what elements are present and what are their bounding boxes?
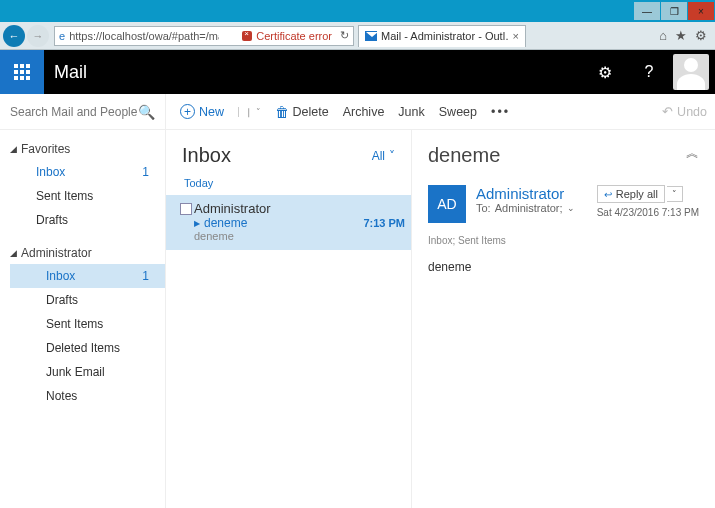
recipients-chevron-icon[interactable]: ⌄	[567, 203, 575, 213]
content-column: + New ❘ ˅ 🗑 Delete Archive Junk Sweep ••…	[166, 94, 715, 508]
sidebar-fav-sent[interactable]: Sent Items	[10, 184, 165, 208]
folder-title: Inbox	[182, 144, 231, 167]
sidebar-deleted[interactable]: Deleted Items	[10, 336, 165, 360]
user-avatar[interactable]	[673, 54, 709, 90]
sidebar-junk[interactable]: Junk Email	[10, 360, 165, 384]
message-subject: ▶ deneme	[194, 216, 247, 230]
sender-initials: AD	[428, 185, 466, 223]
search-icon[interactable]: 🔍	[138, 104, 155, 120]
to-value: Administrator;	[495, 202, 563, 214]
trash-icon: 🗑	[275, 104, 289, 120]
expand-icon[interactable]: ▶	[194, 219, 200, 228]
url-text: https://localhost/owa/#path=/mail	[69, 30, 219, 42]
caret-down-icon: ◢	[10, 144, 17, 154]
sidebar-fav-inbox[interactable]: Inbox1	[10, 160, 165, 184]
undo-icon: ↶	[662, 104, 673, 119]
mail-toolbar: + New ❘ ˅ 🗑 Delete Archive Junk Sweep ••…	[166, 94, 715, 130]
message-checkbox[interactable]	[180, 203, 192, 215]
sent-date: Sat 4/23/2016 7:13 PM	[597, 203, 699, 218]
reply-all-button[interactable]: ↩ Reply all	[597, 185, 665, 203]
chevron-down-icon: ˅	[389, 149, 395, 163]
outlook-icon	[365, 31, 377, 41]
message-preview: deneme	[194, 230, 405, 242]
shield-icon	[242, 31, 252, 41]
plus-icon: +	[180, 104, 195, 119]
window-close-button[interactable]: ×	[688, 2, 714, 20]
date-group-header: Today	[180, 175, 397, 195]
search-placeholder: Search Mail and People	[10, 105, 137, 119]
account-header[interactable]: ◢ Administrator	[10, 242, 165, 264]
help-button[interactable]: ?	[627, 50, 671, 94]
app-name: Mail	[54, 62, 87, 83]
more-actions-button[interactable]: •••	[491, 105, 510, 119]
suite-bar: Mail ⚙ ?	[0, 50, 715, 94]
search-box[interactable]: Search Mail and People 🔍	[0, 94, 165, 130]
tab-close-button[interactable]: ×	[513, 30, 519, 42]
refresh-icon[interactable]: ↻	[340, 29, 349, 42]
message-from: Administrator	[194, 201, 405, 216]
message-body: deneme	[428, 256, 699, 274]
browser-tab[interactable]: Mail - Administrator - Outl… ×	[358, 25, 526, 47]
ie-logo-icon: e	[59, 30, 65, 42]
sender-name[interactable]: Administrator	[476, 185, 575, 202]
home-icon[interactable]: ⌂	[659, 28, 667, 43]
delete-button[interactable]: 🗑 Delete	[275, 104, 329, 120]
certificate-error-badge[interactable]: Certificate error ↻	[242, 29, 349, 42]
sweep-button[interactable]: Sweep	[439, 105, 477, 119]
junk-button[interactable]: Junk	[398, 105, 424, 119]
message-item[interactable]: Administrator ▶ deneme 7:13 PM deneme	[166, 195, 411, 250]
sidebar-inbox[interactable]: Inbox1	[10, 264, 165, 288]
undo-button[interactable]: ↶ Undo	[662, 104, 707, 119]
main-area: Search Mail and People 🔍 ◢ Favorites Inb…	[0, 94, 715, 508]
sidebar-sent[interactable]: Sent Items	[10, 312, 165, 336]
window-titlebar: — ❐ ×	[0, 0, 715, 22]
message-time: 7:13 PM	[363, 217, 405, 229]
sidebar-fav-drafts[interactable]: Drafts	[10, 208, 165, 232]
message-tags: Inbox; Sent Items	[428, 231, 699, 256]
sidebar-drafts[interactable]: Drafts	[10, 288, 165, 312]
app-launcher-button[interactable]	[0, 50, 44, 94]
folder-sidebar: Search Mail and People 🔍 ◢ Favorites Inb…	[0, 94, 166, 508]
favorites-header[interactable]: ◢ Favorites	[10, 138, 165, 160]
sidebar-notes[interactable]: Notes	[10, 384, 165, 408]
filter-dropdown[interactable]: All˅	[372, 149, 395, 163]
browser-forward-button[interactable]: →	[27, 25, 49, 47]
reading-pane: deneme ︽ AD Administrator To: Administra…	[412, 130, 715, 508]
tools-icon[interactable]: ⚙	[695, 28, 707, 43]
message-list-pane: Inbox All˅ Today Administrator ▶ deneme …	[166, 130, 412, 508]
reading-subject: deneme	[428, 144, 500, 167]
to-label: To:	[476, 202, 491, 214]
favorites-icon[interactable]: ★	[675, 28, 687, 43]
collapse-button[interactable]: ︽	[686, 144, 699, 162]
settings-button[interactable]: ⚙	[583, 50, 627, 94]
caret-down-icon: ◢	[10, 248, 17, 258]
browser-back-button[interactable]: ←	[3, 25, 25, 47]
address-bar[interactable]: e https://localhost/owa/#path=/mail Cert…	[54, 26, 354, 46]
archive-button[interactable]: Archive	[343, 105, 385, 119]
new-mail-button[interactable]: + New	[180, 104, 224, 119]
browser-toolbar: ← → e https://localhost/owa/#path=/mail …	[0, 22, 715, 50]
window-maximize-button[interactable]: ❐	[661, 2, 687, 20]
new-split-button[interactable]: ❘ ˅	[238, 107, 261, 117]
window-minimize-button[interactable]: —	[634, 2, 660, 20]
reply-icon: ↩	[604, 189, 612, 200]
tab-title: Mail - Administrator - Outl…	[381, 30, 509, 42]
reply-dropdown-button[interactable]: ˅	[667, 186, 683, 202]
waffle-icon	[14, 64, 30, 80]
